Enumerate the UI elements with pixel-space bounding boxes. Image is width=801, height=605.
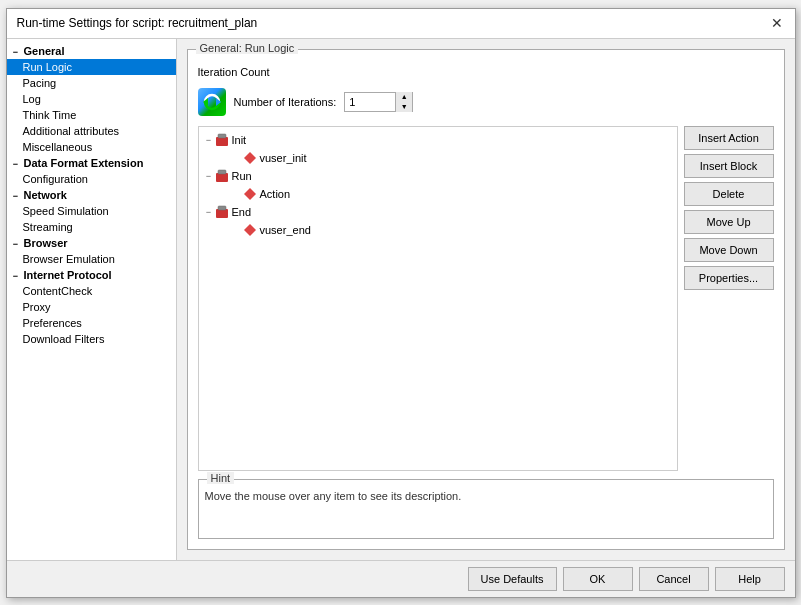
iteration-section: Number of Iterations: ▲ ▼ xyxy=(198,88,774,116)
svg-rect-2 xyxy=(216,137,228,146)
panel-section-title: General: Run Logic xyxy=(196,42,299,54)
num-iterations-label: Number of Iterations: xyxy=(234,96,337,108)
iteration-spinner: ▲ ▼ xyxy=(395,92,412,112)
insert-block-button[interactable]: Insert Block xyxy=(684,154,774,178)
tree-item-action[interactable]: Action xyxy=(203,185,673,203)
block-icon-init xyxy=(215,133,229,147)
sidebar-item-download-filters[interactable]: Download Filters xyxy=(7,331,176,347)
sidebar-item-streaming[interactable]: Streaming xyxy=(7,219,176,235)
sidebar-item-proxy[interactable]: Proxy xyxy=(7,299,176,315)
spinner-up-button[interactable]: ▲ xyxy=(396,92,412,102)
hint-box: Hint Move the mouse over any item to see… xyxy=(198,479,774,539)
expand-general: − xyxy=(11,47,21,57)
use-defaults-button[interactable]: Use Defaults xyxy=(468,567,557,591)
tree-label-action: Action xyxy=(260,188,291,200)
svg-rect-8 xyxy=(216,209,228,218)
iteration-icon xyxy=(198,88,226,116)
sidebar-item-run-logic[interactable]: Run Logic xyxy=(7,59,176,75)
block-icon-run xyxy=(215,169,229,183)
sidebar-item-log[interactable]: Log xyxy=(7,91,176,107)
tree-item-init[interactable]: − Init xyxy=(203,131,673,149)
tree-label-run: Run xyxy=(232,170,252,182)
close-button[interactable]: ✕ xyxy=(769,15,785,31)
tree-item-vuser-init[interactable]: vuser_init xyxy=(203,149,673,167)
expand-internet-protocol: − xyxy=(11,271,21,281)
content-area: − General Run Logic Pacing Log Think Tim… xyxy=(7,39,795,560)
sidebar-item-think-time[interactable]: Think Time xyxy=(7,107,176,123)
tree-label-init: Init xyxy=(232,134,247,146)
insert-action-button[interactable]: Insert Action xyxy=(684,126,774,150)
expand-end: − xyxy=(203,207,215,217)
logic-tree[interactable]: − Init xyxy=(198,126,678,471)
action-icon-vuser-init xyxy=(243,151,257,165)
sidebar-item-additional-attrs[interactable]: Additional attributes xyxy=(7,123,176,139)
move-up-button[interactable]: Move Up xyxy=(684,210,774,234)
main-dialog: Run-time Settings for script: recruitmen… xyxy=(6,8,796,598)
action-buttons-panel: Insert Action Insert Block Delete Move U… xyxy=(684,126,774,471)
block-icon-end xyxy=(215,205,229,219)
tree-item-vuser-end[interactable]: vuser_end xyxy=(203,221,673,239)
svg-rect-3 xyxy=(218,134,226,138)
sidebar-item-configuration[interactable]: Configuration xyxy=(7,171,176,187)
main-panel: General: Run Logic Iteration Count Numbe… xyxy=(177,39,795,560)
ok-button[interactable]: OK xyxy=(563,567,633,591)
delete-button[interactable]: Delete xyxy=(684,182,774,206)
expand-vuser-init xyxy=(231,153,243,163)
sidebar-item-data-format[interactable]: − Data Format Extension xyxy=(7,155,176,171)
svg-rect-5 xyxy=(216,173,228,182)
sidebar: − General Run Logic Pacing Log Think Tim… xyxy=(7,39,177,560)
svg-rect-9 xyxy=(218,206,226,210)
tree-label-vuser-init: vuser_init xyxy=(260,152,307,164)
tree-actions: − Init xyxy=(198,126,774,471)
move-down-button[interactable]: Move Down xyxy=(684,238,774,262)
svg-marker-4 xyxy=(244,152,256,164)
num-iterations-input[interactable] xyxy=(345,93,395,111)
svg-rect-6 xyxy=(218,170,226,174)
sidebar-item-preferences[interactable]: Preferences xyxy=(7,315,176,331)
tree-label-end: End xyxy=(232,206,252,218)
expand-action xyxy=(231,189,243,199)
footer: Use Defaults OK Cancel Help xyxy=(7,560,795,597)
help-button[interactable]: Help xyxy=(715,567,785,591)
cancel-button[interactable]: Cancel xyxy=(639,567,709,591)
expand-run: − xyxy=(203,171,215,181)
sidebar-item-pacing[interactable]: Pacing xyxy=(7,75,176,91)
expand-data-format: − xyxy=(11,159,21,169)
hint-title: Hint xyxy=(207,472,235,484)
expand-vuser-end xyxy=(231,225,243,235)
iteration-input-wrap: ▲ ▼ xyxy=(344,92,413,112)
sidebar-item-miscellaneous[interactable]: Miscellaneous xyxy=(7,139,176,155)
title-bar: Run-time Settings for script: recruitmen… xyxy=(7,9,795,39)
sidebar-item-browser[interactable]: − Browser xyxy=(7,235,176,251)
sidebar-item-speed-sim[interactable]: Speed Simulation xyxy=(7,203,176,219)
svg-marker-7 xyxy=(244,188,256,200)
expand-network: − xyxy=(11,191,21,201)
sidebar-item-browser-emulation[interactable]: Browser Emulation xyxy=(7,251,176,267)
hint-text: Move the mouse over any item to see its … xyxy=(205,490,767,502)
tree-item-end[interactable]: − End xyxy=(203,203,673,221)
sidebar-item-internet-protocol[interactable]: − Internet Protocol xyxy=(7,267,176,283)
sidebar-item-general[interactable]: − General xyxy=(7,43,176,59)
action-icon-action xyxy=(243,187,257,201)
action-icon-vuser-end xyxy=(243,223,257,237)
expand-init: − xyxy=(203,135,215,145)
sidebar-item-contentcheck[interactable]: ContentCheck xyxy=(7,283,176,299)
sidebar-item-network[interactable]: − Network xyxy=(7,187,176,203)
dialog-title: Run-time Settings for script: recruitmen… xyxy=(17,16,258,30)
svg-marker-10 xyxy=(244,224,256,236)
spinner-down-button[interactable]: ▼ xyxy=(396,102,412,112)
expand-browser: − xyxy=(11,239,21,249)
tree-label-vuser-end: vuser_end xyxy=(260,224,311,236)
run-logic-panel: General: Run Logic Iteration Count Numbe… xyxy=(187,49,785,550)
iteration-count-label: Iteration Count xyxy=(198,66,774,78)
tree-item-run[interactable]: − Run xyxy=(203,167,673,185)
properties-button[interactable]: Properties... xyxy=(684,266,774,290)
